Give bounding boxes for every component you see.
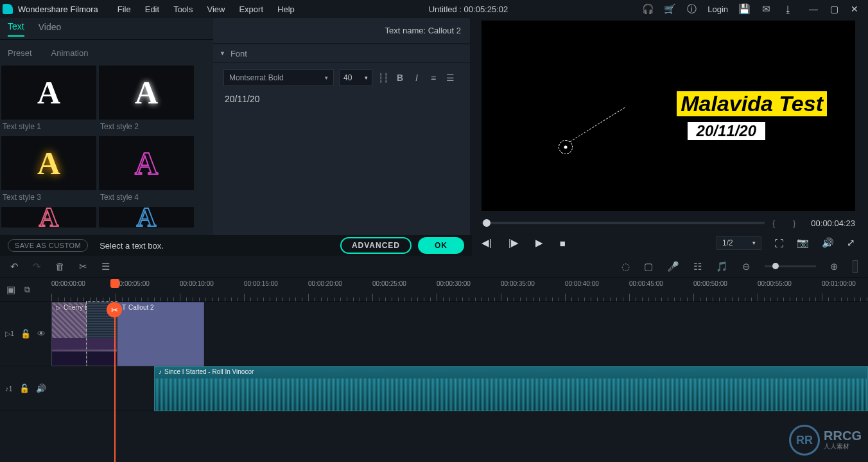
volume-icon[interactable]: 🔊 xyxy=(822,237,834,249)
timeline-ruler[interactable]: ▣ ⧉ 00:00:00:0000:00:05:0000:00:10:0000:… xyxy=(0,278,868,302)
menu-view[interactable]: View xyxy=(207,4,225,14)
text-content-input[interactable]: 20/11/20 xyxy=(223,91,460,107)
stop-button[interactable]: ■ xyxy=(560,238,566,249)
close-button[interactable]: ✕ xyxy=(850,4,859,13)
delete-button[interactable]: 🗑 xyxy=(55,261,65,272)
playhead-line[interactable] xyxy=(114,311,116,462)
split-button[interactable]: ✂ xyxy=(79,261,87,272)
info-icon[interactable]: ⓘ xyxy=(686,3,697,15)
preview-zoom-select[interactable]: 1/2 ▾ xyxy=(716,236,761,250)
tab-text[interactable]: Text xyxy=(8,21,24,37)
timeline-panel: ↶ ↷ 🗑 ✂ ☰ ◌ ▢ 🎤 ☷ 🎵 ⊖ ⊕ ▣ ⧉ 00:00:00:000… xyxy=(0,256,868,462)
save-icon[interactable]: 💾 xyxy=(738,3,750,15)
timeline-zoom-slider[interactable] xyxy=(765,265,816,267)
snapshot-icon[interactable]: 📷 xyxy=(797,237,809,249)
preview-title-text[interactable]: Malavida Test xyxy=(677,91,827,116)
tab-video[interactable]: Video xyxy=(39,22,62,36)
ok-button[interactable]: OK xyxy=(418,237,464,254)
timeline-marker-icon[interactable] xyxy=(853,260,858,273)
text-name-label: Text name: Callout 2 xyxy=(385,26,461,35)
menu-export[interactable]: Export xyxy=(239,4,263,14)
speaker-icon[interactable]: 🔊 xyxy=(36,384,46,393)
preview-canvas[interactable]: Malavida Test 20/11/20 xyxy=(482,21,855,211)
save-as-custom-button[interactable]: SAVE AS CUSTOM xyxy=(8,239,88,252)
line-spacing-icon[interactable]: ┆┆ xyxy=(378,73,389,83)
play-button[interactable]: ▶ xyxy=(535,237,543,249)
align-justify-icon[interactable]: ☰ xyxy=(444,73,456,83)
in-out-braces[interactable]: { } xyxy=(772,218,803,228)
fullscreen-icon[interactable]: ⤢ xyxy=(847,237,855,249)
menu-help[interactable]: Help xyxy=(277,4,295,14)
track-options-icon[interactable]: ▣ xyxy=(6,284,15,296)
login-button[interactable]: Login xyxy=(707,4,728,14)
playhead-marker[interactable] xyxy=(110,279,119,288)
bold-button[interactable]: B xyxy=(394,73,406,83)
italic-button[interactable]: I xyxy=(411,73,422,83)
maximize-button[interactable]: ▢ xyxy=(829,4,838,13)
preview-sub-text[interactable]: 20/11/20 xyxy=(688,122,765,140)
marker-icon[interactable]: ▢ xyxy=(644,261,653,272)
callout-anchor-handle[interactable] xyxy=(559,140,573,154)
text-styles-panel: Text Video Preset Animation A Text style… xyxy=(0,18,213,256)
text-style-grid: A Text style 1 A Text style 2 A Text sty… xyxy=(0,66,213,256)
watermark-icon: RR xyxy=(789,425,820,456)
advanced-button[interactable]: ADVANCED xyxy=(340,237,412,254)
menu-file[interactable]: File xyxy=(117,4,131,14)
ruler-label: 00:00:00:00 xyxy=(51,280,85,287)
ruler-label: 00:00:05:00 xyxy=(116,280,150,287)
adjust-button[interactable]: ☰ xyxy=(101,261,110,272)
menu-edit[interactable]: Edit xyxy=(145,4,159,14)
preview-timecode: 00:00:04:23 xyxy=(811,218,855,228)
ruler-label: 00:00:40:00 xyxy=(565,280,599,287)
text-style-4[interactable]: A Text style 4 xyxy=(99,136,194,204)
font-family-select[interactable]: Montserrat Bold ▾ xyxy=(223,69,334,86)
font-size-select[interactable]: 40 ▾ xyxy=(339,69,372,86)
track-audio-label: ♪1 xyxy=(5,385,13,393)
eye-icon[interactable]: 👁 xyxy=(37,329,46,339)
render-preview-icon[interactable]: ◌ xyxy=(621,261,630,272)
mail-icon[interactable]: ✉ xyxy=(760,3,772,15)
title-bar-right: 🎧 🛒 ⓘ Login 💾 ✉ ⭳ — ▢ ✕ xyxy=(642,3,859,15)
ruler-label: 00:00:15:00 xyxy=(244,280,278,287)
record-voiceover-icon[interactable]: 🎤 xyxy=(667,261,679,272)
chevron-down-icon: ▾ xyxy=(325,75,328,81)
font-section-header[interactable]: ▼ Font xyxy=(213,44,470,63)
zoom-out-icon[interactable]: ⊖ xyxy=(742,261,751,272)
undo-button[interactable]: ↶ xyxy=(10,261,19,272)
audio-clip[interactable]: ♪ Since I Started - Roll In Vinocor xyxy=(154,366,868,411)
preview-scrubber[interactable] xyxy=(482,222,765,224)
lock-icon[interactable]: 🔓 xyxy=(19,384,30,393)
download-icon[interactable]: ⭳ xyxy=(782,3,794,15)
audio-mixer-icon[interactable]: ☷ xyxy=(693,261,702,272)
audio-sync-icon[interactable]: 🎵 xyxy=(716,261,728,272)
cart-icon[interactable]: 🛒 xyxy=(664,3,675,15)
ruler-label: 00:00:50:00 xyxy=(693,280,727,287)
track-video-label: ▷1 xyxy=(5,330,14,338)
callout-leader-line xyxy=(570,107,625,142)
next-frame-button[interactable]: |▶ xyxy=(508,237,519,249)
text-style-3[interactable]: A Text style 3 xyxy=(1,136,96,204)
text-style-2[interactable]: A Text style 2 xyxy=(99,66,194,134)
minimize-button[interactable]: — xyxy=(809,4,818,13)
headphones-icon[interactable]: 🎧 xyxy=(642,3,654,15)
ruler-label: 00:00:25:00 xyxy=(372,280,406,287)
subtab-preset[interactable]: Preset xyxy=(8,48,32,58)
lock-icon[interactable]: 🔓 xyxy=(21,329,31,339)
subtab-animation[interactable]: Animation xyxy=(51,48,89,58)
text-style-1[interactable]: A Text style 1 xyxy=(1,66,96,134)
audio-track: ♪1 🔓 🔊 ♪ Since I Started - Roll In Vinoc… xyxy=(0,366,868,411)
display-mode-icon[interactable]: ⛶ xyxy=(774,238,784,249)
select-text-hint: Select a text box. xyxy=(100,241,164,251)
prev-frame-button[interactable]: ◀| xyxy=(482,237,492,249)
link-icon[interactable]: ⧉ xyxy=(24,285,30,295)
text-clip[interactable]: T Callout 2 xyxy=(117,302,204,366)
text-style-5[interactable]: A xyxy=(1,207,96,227)
align-left-icon[interactable]: ≡ xyxy=(428,73,439,83)
chevron-down-icon: ▼ xyxy=(220,50,225,57)
redo-button[interactable]: ↷ xyxy=(33,261,41,272)
zoom-in-icon[interactable]: ⊕ xyxy=(830,261,838,272)
playhead-split-button[interactable]: ✂ xyxy=(107,302,122,317)
menu-tools[interactable]: Tools xyxy=(173,4,193,14)
text-style-6[interactable]: A xyxy=(99,207,194,227)
scrubber-handle[interactable] xyxy=(483,219,490,227)
